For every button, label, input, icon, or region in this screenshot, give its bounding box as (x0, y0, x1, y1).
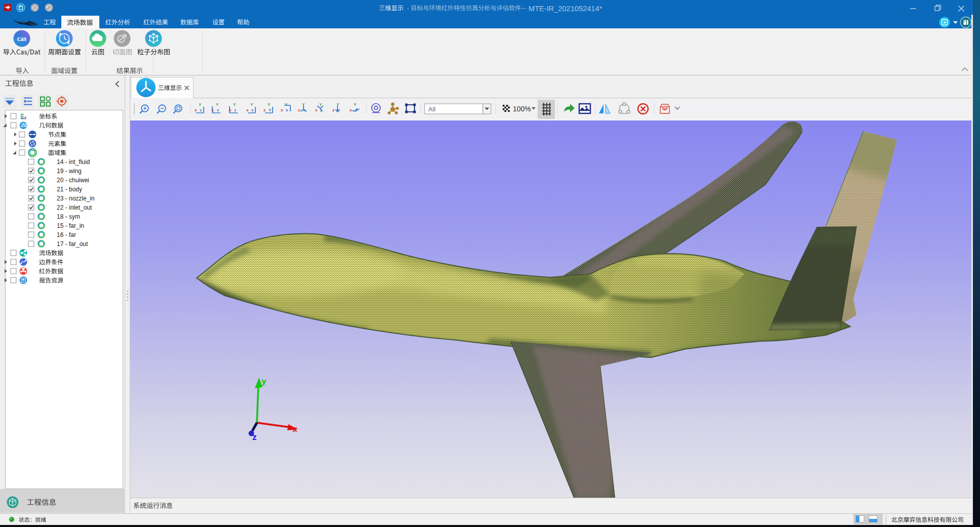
svg-text:x: x (337, 108, 340, 112)
svg-text:x: x (281, 108, 283, 112)
svg-text:All: All (428, 105, 436, 113)
svg-text:100%: 100% (513, 105, 531, 113)
svg-text:x: x (217, 108, 219, 112)
svg-text:z: z (263, 108, 266, 112)
svg-text:z: z (22, 115, 24, 119)
svg-text:Y: Y (199, 102, 202, 107)
svg-text:x: x (315, 108, 318, 112)
svg-text:y: y (261, 377, 267, 386)
svg-text:Y: Y (233, 102, 236, 107)
svg-text:z: z (298, 108, 300, 112)
svg-text:x: x (251, 108, 254, 112)
svg-text:cas: cas (17, 35, 27, 43)
svg-text:Y: Y (319, 102, 322, 107)
svg-text:z: z (200, 108, 202, 112)
svg-text:x: x (286, 108, 288, 112)
svg-text:Y: Y (285, 102, 288, 107)
svg-text:x: x (355, 108, 357, 112)
svg-text:x: x (195, 108, 197, 112)
svg-text:Y: Y (302, 102, 305, 107)
svg-text:Y: Y (216, 102, 219, 107)
svg-text:z: z (212, 108, 214, 112)
svg-text:z: z (234, 108, 236, 112)
svg-text:x: x (229, 108, 232, 112)
svg-text:Y: Y (354, 102, 357, 107)
svg-text:Y: Y (336, 102, 340, 107)
svg-text:x: x (320, 108, 323, 112)
svg-text:Y: Y (250, 102, 253, 107)
svg-text:x: x (246, 108, 249, 112)
svg-text:z: z (332, 108, 334, 112)
svg-text:Y: Y (269, 108, 272, 112)
svg-text:x: x (303, 108, 306, 112)
svg-text:x: x (24, 115, 27, 119)
svg-text:x: x (350, 108, 352, 112)
svg-text:z: z (252, 432, 257, 442)
svg-text:x: x (292, 424, 297, 434)
svg-text:Y: Y (268, 102, 271, 107)
